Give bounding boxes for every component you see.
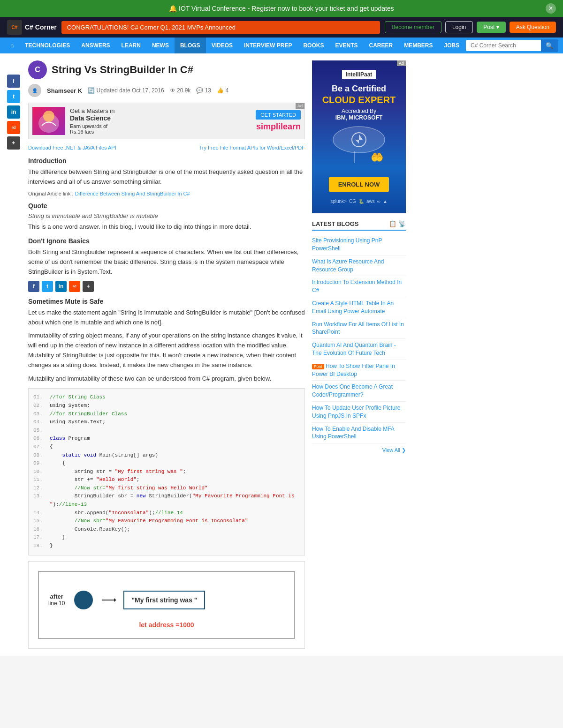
nav-members[interactable]: MEMBERS <box>398 38 438 53</box>
become-member-button[interactable]: Become member <box>385 21 441 33</box>
latest-blogs-title: LATEST BLOGS <box>312 220 358 227</box>
code-line-10: 10. String str = "My first string was "; <box>33 468 300 476</box>
diagram-arrow-svg <box>102 598 116 602</box>
nav-technologies[interactable]: TECHNOLOGIES <box>19 38 76 53</box>
nav-answers[interactable]: ANSWERS <box>76 38 115 53</box>
mid-social-pl[interactable]: + <box>83 281 94 292</box>
blog-item-2[interactable]: What Is Azure Resource And Resource Grou… <box>312 255 406 277</box>
ask-question-button[interactable]: Ask Question <box>510 22 556 33</box>
ad-banner: Ad Get a Masters in Data Science Earn up… <box>28 103 305 139</box>
social-reddit[interactable]: rd <box>7 121 20 134</box>
likes-count: 👍 4 <box>217 87 228 94</box>
mid-social-li[interactable]: in <box>55 281 67 292</box>
nav-home[interactable]: ⌂ <box>5 38 19 53</box>
nav-events[interactable]: EVENTS <box>329 38 363 53</box>
code-block: 01.//for String Class 02.using System; 0… <box>28 388 305 555</box>
latest-blogs: LATEST BLOGS 📋 📡 Site Provisioning Using… <box>312 220 406 453</box>
logo[interactable]: C# C# Corner <box>7 20 57 35</box>
enroll-button[interactable]: ENROLL NOW <box>329 177 389 192</box>
search-bar: 🔍 <box>466 39 558 52</box>
intro-heading: Introduction <box>28 157 305 165</box>
ad-logo: simplilearn <box>256 122 301 132</box>
social-plus[interactable]: + <box>7 136 20 150</box>
post-button[interactable]: Post ▾ <box>477 22 505 33</box>
code-line-16: 16. Console.ReadKey(); <box>33 525 300 534</box>
blog-item-6[interactable]: Quantum AI And Quantum Brain - The Evolu… <box>312 339 406 360</box>
article-meta: 👤 Shamseer K 🔄 Updated date Oct 17, 2016… <box>28 84 305 97</box>
diagram-line-label: line 10 <box>48 600 65 607</box>
ad-heading: Get a Masters in <box>70 107 114 114</box>
links-row: Download Free .NET & JAVA Files API Try … <box>28 145 305 150</box>
blog-item-4[interactable]: Create A Style HTML Table In An Email Us… <box>312 297 406 318</box>
diagram-address: let address =1000 <box>48 621 285 629</box>
svg-point-1 <box>43 111 54 122</box>
nav-jobs[interactable]: JOBS <box>439 38 465 53</box>
tech-logos: splunk> CG 🐍 aws ∞ ▲ <box>319 199 399 204</box>
code-line-8: 08. static void Main(string[] args) <box>33 451 300 460</box>
blog-item-5[interactable]: Run Workflow For All Items Of List In Sh… <box>312 318 406 339</box>
nav-videos[interactable]: VIDEOS <box>206 38 238 53</box>
code-line-12: 12. //Now str="My first string was Hello… <box>33 484 300 493</box>
social-linkedin[interactable]: in <box>7 105 20 119</box>
code-line-15: 15. //Now sbr="My Favourite Programming … <box>33 517 300 525</box>
ad-right-heading: Be a Certified CLOUD EXPERT <box>319 84 399 105</box>
mid-social-rd[interactable]: rd <box>69 281 80 292</box>
view-all-link[interactable]: View All ❯ <box>312 447 406 453</box>
code-line-5: 05. <box>33 427 300 435</box>
blog-item-10[interactable]: How To Enable And Disable MFA Using Powe… <box>312 423 406 444</box>
link-file-format[interactable]: Try Free File Format APIs for Word/Excel… <box>199 145 305 150</box>
ad-right: Ad IntelliPaat Be a Certified CLOUD EXPE… <box>312 60 406 213</box>
article-content: C String Vs StringBuilder In C# 👤 Shamse… <box>28 60 305 649</box>
diagram-node-svg <box>72 588 95 612</box>
nav-books[interactable]: BOOKS <box>297 38 329 53</box>
ad-earn: Earn upwards of <box>70 123 114 129</box>
nav-news[interactable]: NEWS <box>146 38 175 53</box>
nav-career[interactable]: CAREER <box>363 38 398 53</box>
nav-blogs[interactable]: BLOGS <box>175 38 206 53</box>
code-line-6: 06.class Program <box>33 435 300 443</box>
code-line-1: 01.//for String Class <box>33 393 300 402</box>
views-count: 👁 20.9k <box>170 87 191 94</box>
ad-cta-button[interactable]: GET STARTED <box>256 110 301 120</box>
top-banner: 🔔 IOT Virtual Conference - Register now … <box>0 0 563 17</box>
search-button[interactable]: 🔍 <box>541 39 558 52</box>
social-sidebar-left: f t in rd + <box>7 60 21 649</box>
social-twitter[interactable]: t <box>7 90 20 103</box>
nav-interview-prep[interactable]: INTERVIEW PREP <box>238 38 297 53</box>
banner-close[interactable]: × <box>546 3 556 14</box>
ad-amount: Rs.16 lacs <box>70 129 114 135</box>
nav-bar: ⌂ TECHNOLOGIES ANSWERS LEARN NEWS BLOGS … <box>0 38 563 53</box>
code-line-17: 17. } <box>33 533 300 542</box>
basics-heading: Don't Ignore Basics <box>28 237 305 245</box>
link-net-java[interactable]: Download Free .NET & JAVA Files API <box>28 145 116 150</box>
cloud-graphic: 🤲 <box>326 126 392 163</box>
mutability-text: Mutability and immutability of these two… <box>28 374 305 384</box>
ad-image <box>32 107 65 135</box>
code-line-13: 13. StringBuilder sbr = new StringBuilde… <box>33 492 300 509</box>
intro-text: The difference between String and String… <box>28 167 305 187</box>
mid-social-fb[interactable]: f <box>28 281 39 292</box>
article-icon: C <box>28 60 47 79</box>
nav-learn[interactable]: LEARN <box>116 38 146 53</box>
social-facebook[interactable]: f <box>7 75 20 88</box>
basics-text: Both String and Stringbuilder represent … <box>28 248 305 277</box>
logo-text: C# Corner <box>25 23 57 31</box>
blog-item-7[interactable]: FontHow To Show Filter Pane In Power BI … <box>312 360 406 381</box>
blog-item-8[interactable]: How Does One Become A Great Coder/Progra… <box>312 381 406 402</box>
ad-right-highlight: CLOUD EXPERT <box>322 95 396 105</box>
login-button[interactable]: Login <box>445 21 473 33</box>
search-input[interactable] <box>466 40 541 51</box>
ad-right-accredited: Accredited By IBM, MICROSOFT <box>319 108 399 121</box>
code-line-9: 09. { <box>33 459 300 468</box>
blog-item-3[interactable]: Introduction To Extension Method In C# <box>312 276 406 297</box>
blog-item-9[interactable]: How To Update User Profile Picture Using… <box>312 402 406 423</box>
mute-heading: Sometimes Mute is Safe <box>28 298 305 305</box>
mid-social-tw[interactable]: t <box>42 281 53 292</box>
congrats-banner: CONGRATULATIONS! C# Corner Q1, 2021 MVPs… <box>61 21 380 34</box>
one-word-text: This is a one word answer. In this blog,… <box>28 222 305 232</box>
original-link-anchor[interactable]: Difference Between String And StringBuil… <box>75 191 190 196</box>
social-mid: f t in rd + <box>28 281 305 292</box>
comments-count: 💬 13 <box>196 87 211 94</box>
header: C# C# Corner CONGRATULATIONS! C# Corner … <box>0 17 563 38</box>
blog-item-1[interactable]: Site Provisioning Using PnP PowerShell <box>312 234 406 255</box>
